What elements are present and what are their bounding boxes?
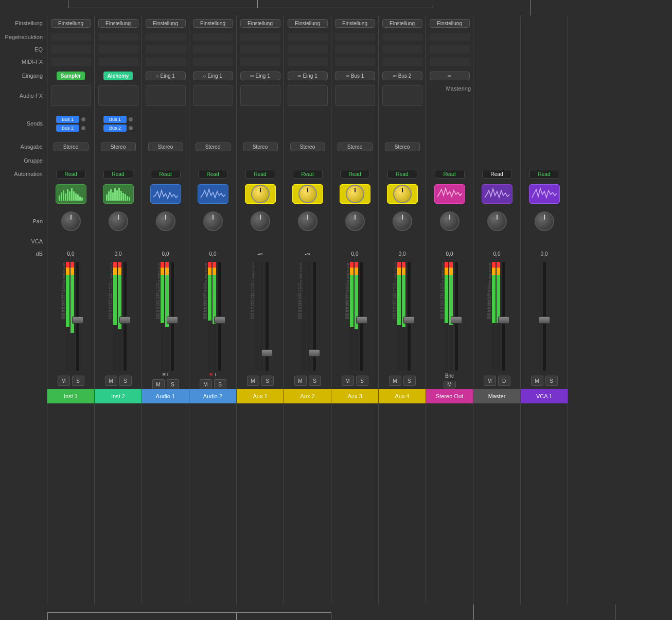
plugin-icon-inst2[interactable] <box>103 184 134 204</box>
solo-btn-inst2[interactable]: S <box>119 376 132 386</box>
eingang-btn-aux4[interactable]: Bus 2 <box>382 72 422 80</box>
pan-knob-inst2[interactable] <box>109 211 128 231</box>
pan-knob-aux4[interactable] <box>393 211 412 231</box>
solo-btn-inst1[interactable]: S <box>72 376 84 386</box>
eingang-btn-audio1[interactable]: Eing 1 <box>146 72 186 80</box>
solo-btn-aux2[interactable]: S <box>309 376 321 386</box>
fader-track-inst1[interactable] <box>76 262 79 371</box>
einstellung-btn-inst2[interactable]: Einstellung <box>98 19 138 28</box>
name-label-aux3[interactable]: Aux 3 <box>331 389 378 403</box>
pan-knob-vca1[interactable] <box>535 211 554 231</box>
einstellung-btn-aux3[interactable]: Einstellung <box>335 19 375 28</box>
pan-knob-aux2[interactable] <box>298 211 317 231</box>
fader-handle-aux2[interactable] <box>309 349 320 357</box>
solo-btn-aux3[interactable]: S <box>356 376 368 386</box>
name-inst1[interactable]: Inst 1 <box>47 388 94 404</box>
solo-btn-vca1[interactable]: S <box>545 376 558 386</box>
automation-btn-vca1[interactable]: Read <box>529 170 559 179</box>
name-label-master[interactable]: Master <box>473 389 520 403</box>
plugin-icon-vca1[interactable] <box>529 184 560 204</box>
yellow-knob-aux3[interactable] <box>346 185 364 203</box>
eingang-btn-inst1[interactable]: Sampler <box>57 72 85 80</box>
ausgabe-btn-inst2[interactable]: Stereo <box>101 143 136 151</box>
ausgabe-btn-aux1[interactable]: Stereo <box>243 143 278 151</box>
automation-btn-stereoout[interactable]: Read <box>435 170 465 179</box>
plugin-icon-audio1[interactable] <box>150 184 181 204</box>
mute-btn-inst1[interactable]: M <box>58 376 70 386</box>
automation-btn-audio1[interactable]: Read <box>151 170 181 179</box>
mute-btn-audio1[interactable]: M <box>152 379 165 389</box>
name-label-audio1[interactable]: Audio 1 <box>142 389 189 403</box>
bus1-send-inst1[interactable]: Bus 1 <box>56 116 79 123</box>
eingang-btn-stereoout[interactable] <box>430 72 470 80</box>
plugin-icon-aux2[interactable] <box>292 184 323 204</box>
plugin-icon-aux1[interactable] <box>245 184 276 204</box>
pan-knob-audio1[interactable] <box>156 211 175 231</box>
mute-btn-inst2[interactable]: M <box>105 376 117 386</box>
bus1-send-inst2[interactable]: Bus 1 <box>103 116 127 123</box>
yellow-knob-aux1[interactable] <box>251 185 270 203</box>
einstellung-btn-aux1[interactable]: Einstellung <box>240 19 280 28</box>
automation-btn-master[interactable]: Read <box>482 170 512 179</box>
fader-handle-audio2[interactable] <box>214 316 225 324</box>
fader-handle-audio1[interactable] <box>167 316 178 324</box>
einstellung-btn-audio1[interactable]: Einstellung <box>146 19 186 28</box>
ausgabe-btn-audio1[interactable]: Stereo <box>148 143 183 151</box>
pan-knob-stereoout[interactable] <box>440 211 459 231</box>
fader-handle-master[interactable] <box>498 316 509 324</box>
fader-handle-aux4[interactable] <box>403 316 415 324</box>
ausgabe-btn-aux4[interactable]: Stereo <box>385 143 420 151</box>
mute-btn-audio2[interactable]: M <box>200 379 212 389</box>
ausgabe-inst1[interactable]: Stereo <box>47 139 94 154</box>
ausgabe-btn-inst1[interactable]: Stereo <box>54 143 89 151</box>
fader-inst1[interactable]: 63036 912151821 2430354045 5060 <box>47 260 94 373</box>
ausgabe-btn-aux2[interactable]: Stereo <box>290 143 325 151</box>
yellow-knob-aux4[interactable] <box>393 185 412 203</box>
plugin-icon-inst1[interactable] <box>56 184 86 204</box>
pan-knob-master[interactable] <box>487 211 507 231</box>
fader-handle-inst1[interactable] <box>72 316 83 324</box>
fader-handle-stereoout[interactable] <box>451 316 462 324</box>
plugin-icon-audio2[interactable] <box>198 184 228 204</box>
solo-btn-audio1[interactable]: S <box>167 379 179 389</box>
pan-knob-aux1[interactable] <box>251 211 270 231</box>
einstellung-btn-aux4[interactable]: Einstellung <box>382 19 422 28</box>
einstellung-inst1[interactable]: Einstellung <box>47 15 94 31</box>
name-label-audio2[interactable]: Audio 2 <box>189 389 236 403</box>
d-btn-master[interactable]: D <box>498 376 510 386</box>
ausgabe-btn-aux3[interactable]: Stereo <box>338 143 373 151</box>
pan-knob-inst1[interactable] <box>61 211 81 231</box>
automation-btn-aux4[interactable]: Read <box>387 170 417 179</box>
automation-btn-aux1[interactable]: Read <box>245 170 275 179</box>
automation-btn-inst1[interactable]: Read <box>56 170 86 179</box>
name-label-stereoout[interactable]: Stereo Out <box>426 389 473 403</box>
mute-btn-stereoout[interactable]: M <box>444 381 456 388</box>
eingang-inst1[interactable]: Sampler <box>47 68 94 83</box>
name-label-inst1[interactable]: Inst 1 <box>47 389 94 403</box>
fader-handle-aux3[interactable] <box>356 316 367 324</box>
einstellung-btn-stereoout[interactable]: Einstellung <box>430 19 470 28</box>
name-label-aux4[interactable]: Aux 4 <box>379 389 426 403</box>
yellow-knob-aux2[interactable] <box>298 185 317 203</box>
automation-btn-aux2[interactable]: Read <box>293 170 323 179</box>
name-label-aux2[interactable]: Aux 2 <box>284 389 331 403</box>
plugin-inst1[interactable] <box>47 181 94 207</box>
einstellung-btn-audio2[interactable]: Einstellung <box>193 19 233 28</box>
einstellung-btn-inst1[interactable]: Einstellung <box>51 19 91 28</box>
eingang-btn-inst2[interactable]: Alchemy <box>103 72 133 80</box>
plugin-icon-master[interactable] <box>482 184 512 204</box>
solo-btn-aux1[interactable]: S <box>261 376 274 386</box>
mute-btn-aux2[interactable]: M <box>294 376 307 386</box>
name-label-inst2[interactable]: Inst 2 <box>95 389 142 403</box>
mute-btn-aux3[interactable]: M <box>342 376 354 386</box>
ausgabe-btn-audio2[interactable]: Stereo <box>196 143 231 151</box>
solo-btn-audio2[interactable]: S <box>214 379 226 389</box>
plugin-icon-aux3[interactable] <box>340 184 370 204</box>
automation-btn-aux3[interactable]: Read <box>340 170 370 179</box>
mute-btn-aux4[interactable]: M <box>389 376 401 386</box>
einstellung-btn-aux2[interactable]: Einstellung <box>288 19 328 28</box>
name-label-aux1[interactable]: Aux 1 <box>237 389 284 403</box>
pan-knob-aux3[interactable] <box>345 211 365 231</box>
automation-btn-audio2[interactable]: Read <box>198 170 228 179</box>
fader-handle-aux1[interactable] <box>261 349 273 357</box>
